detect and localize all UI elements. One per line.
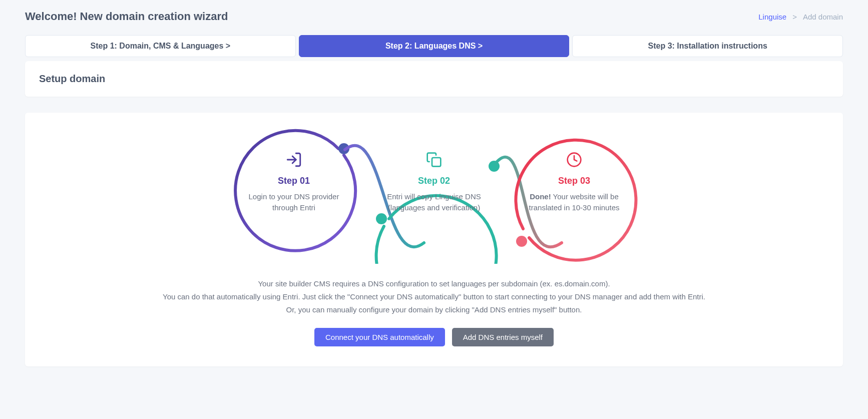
info-line-2: You can do that automatically using Entr… xyxy=(39,291,829,303)
add-dns-manual-button[interactable]: Add DNS entries myself xyxy=(452,328,554,346)
breadcrumb-root-link[interactable]: Linguise xyxy=(758,13,786,21)
page-header: Welcome! New domain creation wizard Ling… xyxy=(25,10,843,23)
page-title: Welcome! New domain creation wizard xyxy=(25,10,228,23)
step-tab-3[interactable]: Step 3: Installation instructions xyxy=(572,35,843,57)
breadcrumb-current: Add domain xyxy=(803,13,843,21)
wizard-steps-nav: Step 1: Domain, CMS & Languages > Step 2… xyxy=(25,35,843,57)
diagram-step-2: Step 02 Entri will copy Linguise DNS (la… xyxy=(386,149,482,213)
content-card: Step 01 Login to your DNS provider throu… xyxy=(25,113,843,366)
setup-header-card: Setup domain xyxy=(25,61,843,97)
step3-label: Step 03 xyxy=(527,176,622,186)
svg-point-2 xyxy=(376,213,387,224)
connect-dns-button[interactable]: Connect your DNS automatically xyxy=(314,328,445,346)
step1-desc: Login to your DNS provider through Entri xyxy=(246,191,341,213)
action-buttons: Connect your DNS automatically Add DNS e… xyxy=(39,328,829,346)
step-tab-1[interactable]: Step 1: Domain, CMS & Languages > xyxy=(25,35,296,57)
steps-diagram: Step 01 Login to your DNS provider throu… xyxy=(229,129,639,264)
chevron-right-icon: > xyxy=(792,13,797,21)
info-line-3: Or, you can manually configure your doma… xyxy=(39,304,829,316)
step3-desc: Done! Your website will be translated in… xyxy=(527,191,622,213)
svg-point-3 xyxy=(516,236,527,247)
copy-icon xyxy=(386,149,482,171)
clock-icon xyxy=(527,149,622,171)
diagram-step-1: Step 01 Login to your DNS provider throu… xyxy=(246,149,341,213)
step2-desc: Entri will copy Linguise DNS (languages … xyxy=(386,191,482,213)
step1-label: Step 01 xyxy=(246,176,341,186)
info-text: Your site builder CMS requires a DNS con… xyxy=(39,278,829,316)
step2-label: Step 02 xyxy=(386,176,482,186)
diagram-container: Step 01 Login to your DNS provider throu… xyxy=(39,129,829,264)
step-tab-2[interactable]: Step 2: Languages DNS > xyxy=(299,35,570,57)
svg-rect-5 xyxy=(432,158,441,166)
diagram-step-3: Step 03 Done! Your website will be trans… xyxy=(527,149,622,213)
setup-title: Setup domain xyxy=(39,73,829,85)
breadcrumb: Linguise > Add domain xyxy=(758,13,843,21)
login-icon xyxy=(246,149,341,171)
info-line-1: Your site builder CMS requires a DNS con… xyxy=(39,278,829,290)
